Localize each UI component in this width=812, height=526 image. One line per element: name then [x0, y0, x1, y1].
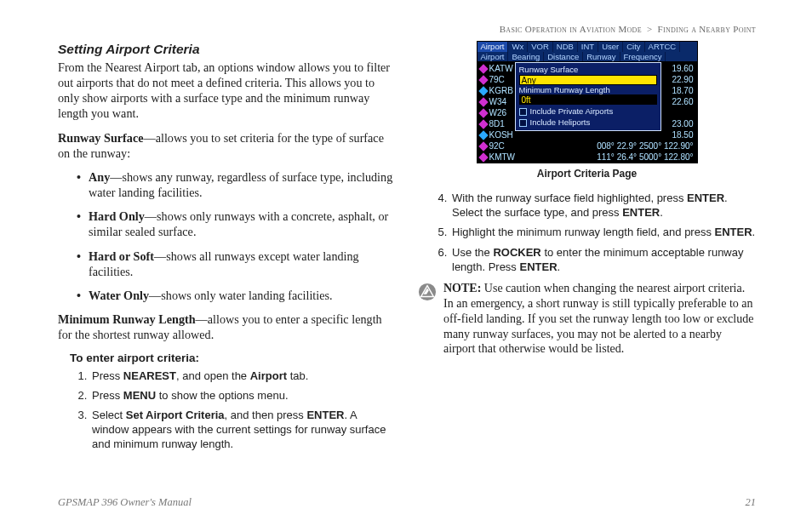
- caution-icon: [418, 283, 437, 301]
- steps-list-4-6: With the runway surface field highlighte…: [450, 191, 756, 274]
- breadcrumb-sep: >: [647, 24, 653, 34]
- breadcrumb: Basic Operation in Aviation Mode > Findi…: [58, 24, 756, 34]
- screenshot-tabs-2: AirportBearingDistanceRunwayFrequency: [477, 52, 697, 62]
- breadcrumb-section: Basic Operation in Aviation Mode: [500, 24, 642, 34]
- step-6: Use the ROCKER to enter the minimum acce…: [450, 245, 756, 274]
- runway-surface-para: Runway Surface—allows you to set criteri…: [58, 130, 396, 161]
- intro-paragraph: From the Nearest Airport tab, an options…: [58, 60, 396, 122]
- criteria-popup: Runway Surface Any Minimum Runway Length…: [515, 62, 661, 131]
- popup-field-length: 0ft: [519, 94, 657, 105]
- list-item: Hard or Soft—shows all runways except wa…: [77, 249, 396, 279]
- list-item: Hard Only—shows only runways with a conc…: [77, 209, 396, 239]
- popup-check-heliports: Include Heliports: [519, 118, 657, 127]
- left-column: Setting Airport Criteria From the Neares…: [58, 41, 396, 456]
- list-item: Any—shows any runway, regardless of surf…: [77, 169, 396, 200]
- right-column: AirportWxVORNDBINTUserCityARTCC AirportB…: [418, 41, 756, 456]
- option-any: Any: [89, 170, 110, 184]
- note-body: Use caution when changing the nearest ai…: [443, 282, 753, 356]
- note-block: NOTE: Use caution when changing the near…: [418, 281, 756, 357]
- screenshot-tabs-1: AirportWxVORNDBINTUserCityARTCC: [477, 42, 697, 52]
- step-2: Press MENU to show the options menu.: [90, 388, 396, 403]
- step-4: With the runway surface field highlighte…: [450, 191, 756, 220]
- breadcrumb-page: Finding a Nearby Point: [658, 24, 756, 34]
- popup-label-surface: Runway Surface: [519, 66, 657, 74]
- procedure-heading: To enter airport criteria:: [70, 351, 396, 365]
- screenshot-caption: Airport Criteria Page: [418, 168, 756, 180]
- step-5: Highlight the minimum runway length fiel…: [450, 225, 756, 239]
- steps-list-1-3: Press NEAREST, and open the Airport tab.…: [90, 369, 396, 452]
- surface-options-list: Any—shows any runway, regardless of surf…: [77, 169, 396, 303]
- popup-field-surface: Any: [519, 75, 657, 85]
- page-footer: GPSMAP 396 Owner's Manual 21: [58, 496, 756, 509]
- option-water-only: Water Only: [89, 289, 149, 302]
- note-text: NOTE: Use caution when changing the near…: [443, 281, 756, 357]
- option-hard-or-soft: Hard or Soft: [89, 249, 154, 263]
- footer-title: GPSMAP 396 Owner's Manual: [58, 496, 192, 509]
- min-runway-para: Minimum Runway Length—allows you to ente…: [58, 312, 396, 342]
- popup-check-private: Include Private Airports: [519, 107, 657, 116]
- runway-surface-label: Runway Surface: [58, 131, 144, 145]
- device-screenshot: AirportWxVORNDBINTUserCityARTCC AirportB…: [477, 41, 698, 163]
- step-3: Select Set Airport Criteria, and then pr…: [90, 408, 396, 451]
- option-any-text: —shows any runway, regardless of surface…: [89, 170, 392, 199]
- section-heading: Setting Airport Criteria: [58, 41, 396, 58]
- list-item: Water Only—shows only water landing faci…: [77, 288, 396, 303]
- popup-label-length: Minimum Runway Length: [519, 86, 657, 94]
- option-water-only-text: —shows only water landing facilities.: [149, 289, 333, 302]
- footer-page-number: 21: [746, 496, 757, 509]
- option-hard-only: Hard Only: [89, 209, 145, 223]
- min-runway-label: Minimum Runway Length: [58, 312, 196, 326]
- note-label: NOTE:: [443, 282, 481, 294]
- step-1: Press NEAREST, and open the Airport tab.: [90, 369, 396, 383]
